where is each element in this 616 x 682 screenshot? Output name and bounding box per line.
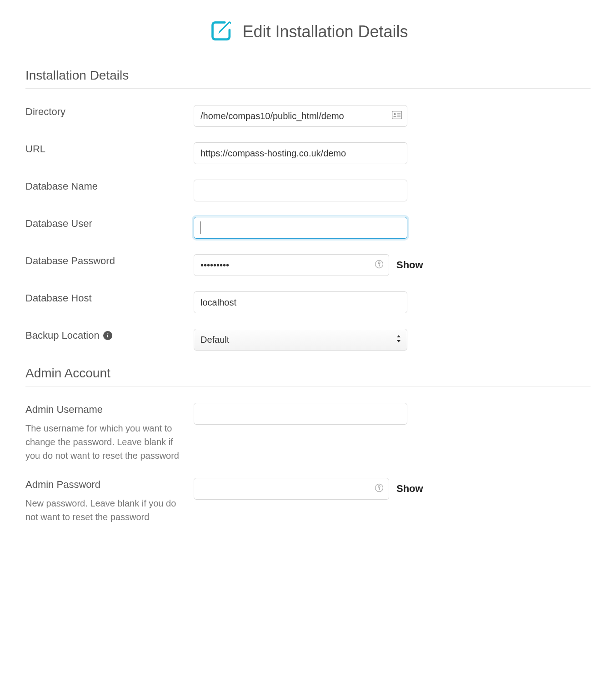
section-title-admin: Admin Account	[25, 366, 591, 381]
label-backup-location: Backup Location i	[25, 329, 183, 343]
edit-pencil-icon	[208, 18, 233, 45]
db-password-show-toggle[interactable]: Show	[396, 259, 423, 271]
row-backup-location: Backup Location i Default	[25, 329, 591, 351]
row-url: URL	[25, 142, 591, 164]
label-admin-username: Admin Username	[25, 403, 183, 417]
backup-location-select[interactable]: Default	[194, 329, 407, 351]
db-password-input[interactable]	[194, 254, 389, 276]
label-backup-location-text: Backup Location	[25, 329, 100, 343]
row-directory: Directory	[25, 105, 591, 127]
row-db-user: Database User	[25, 217, 591, 239]
row-admin-username: Admin Username The username for which yo…	[25, 403, 591, 462]
text-cursor	[200, 221, 200, 234]
row-db-host: Database Host	[25, 291, 591, 313]
db-name-input[interactable]	[194, 180, 407, 201]
help-admin-password: New password. Leave blank if you do not …	[25, 496, 183, 524]
admin-password-show-toggle[interactable]: Show	[396, 483, 423, 495]
admin-password-input[interactable]	[194, 478, 389, 500]
label-db-host: Database Host	[25, 291, 183, 306]
label-directory: Directory	[25, 105, 183, 119]
label-db-name: Database Name	[25, 180, 183, 194]
page-header: Edit Installation Details	[25, 18, 591, 45]
row-admin-password: Admin Password New password. Leave blank…	[25, 478, 591, 524]
label-db-user: Database User	[25, 217, 183, 231]
label-db-password: Database Password	[25, 254, 183, 268]
label-url: URL	[25, 142, 183, 156]
section-title-install: Installation Details	[25, 68, 591, 83]
info-icon[interactable]: i	[103, 331, 112, 340]
divider	[25, 88, 591, 89]
url-input[interactable]	[194, 142, 407, 164]
db-host-input[interactable]	[194, 291, 407, 313]
row-db-name: Database Name	[25, 180, 591, 201]
label-admin-password: Admin Password	[25, 478, 183, 492]
admin-username-input[interactable]	[194, 403, 407, 425]
directory-input[interactable]	[194, 105, 407, 127]
row-db-password: Database Password Show	[25, 254, 591, 276]
help-admin-username: The username for which you want to chang…	[25, 421, 183, 462]
divider	[25, 386, 591, 386]
page-title: Edit Installation Details	[242, 22, 408, 41]
db-user-input[interactable]	[194, 217, 407, 239]
